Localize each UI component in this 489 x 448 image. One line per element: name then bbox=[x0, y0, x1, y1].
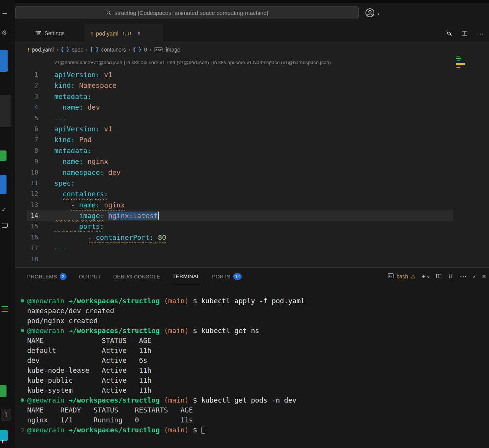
terminal-line[interactable]: namespace/dev created bbox=[27, 306, 489, 316]
panel-tab-output[interactable]: OUTPUT bbox=[79, 268, 101, 285]
code-line[interactable]: 15 ports: bbox=[15, 221, 489, 232]
code-token: ports: bbox=[79, 222, 104, 230]
command-center-search[interactable]: structlog [Codespaces: animated space co… bbox=[15, 6, 359, 19]
terminal-token: kubectl get ns bbox=[201, 327, 259, 335]
bracket-box-decoration: ] bbox=[1, 409, 11, 421]
check-icon: ✓ bbox=[2, 206, 6, 213]
code-token: name: bbox=[63, 157, 83, 165]
maximize-panel-icon[interactable]: ∧ bbox=[473, 274, 476, 279]
open-changes-icon[interactable] bbox=[446, 30, 452, 38]
terminal-token: → bbox=[68, 297, 73, 305]
code-token: spec: bbox=[54, 179, 75, 187]
terminal-line[interactable]: kube-node-lease Active 11h bbox=[27, 366, 489, 375]
terminal-line[interactable]: dev Active 6s bbox=[27, 356, 489, 366]
terminal-line[interactable]: default Active 11h bbox=[27, 346, 489, 356]
panel-tab-ports[interactable]: PORTS 12 bbox=[212, 268, 242, 285]
code-line[interactable]: 13 - name: nginx bbox=[15, 200, 489, 210]
split-terminal-icon[interactable] bbox=[436, 273, 442, 280]
terminal-line[interactable]: @meowrain →/workspaces/structlog (main) … bbox=[27, 425, 489, 435]
terminal-token: /workspaces/structlog bbox=[73, 396, 160, 404]
code-area: 1apiVersion: v12kind: Namespace3metadata… bbox=[15, 70, 489, 265]
left-strip-blue-decoration bbox=[0, 50, 8, 72]
terminal-line[interactable]: NAME STATUS AGE bbox=[27, 336, 489, 346]
terminal-token: (main) bbox=[164, 297, 189, 305]
new-terminal-icon[interactable]: + bbox=[422, 273, 426, 281]
split-editor-icon[interactable] bbox=[461, 30, 468, 38]
yaml-schema-lens[interactable]: v1@namespace+v1@pod.json | io.k8s.api.co… bbox=[54, 60, 489, 66]
code-token: kind: bbox=[54, 81, 75, 89]
panel-tab-terminal[interactable]: TERMINAL bbox=[172, 268, 200, 285]
breadcrumb-file[interactable]: pod.yaml bbox=[32, 47, 54, 53]
breadcrumb-separator-icon: › bbox=[128, 47, 130, 53]
close-panel-icon[interactable]: × bbox=[482, 273, 486, 281]
breadcrumb-item-containers[interactable]: containers bbox=[101, 47, 126, 53]
terminal-token: → bbox=[68, 426, 73, 434]
code-line[interactable]: 10 namespace: dev bbox=[15, 167, 489, 178]
account-icon[interactable] bbox=[365, 8, 375, 19]
kill-terminal-trash-icon[interactable] bbox=[448, 273, 453, 280]
command-decoration-icon[interactable] bbox=[21, 428, 24, 432]
code-line[interactable]: 5--- bbox=[15, 113, 489, 124]
code-line[interactable]: 3metadata: bbox=[15, 91, 489, 102]
terminal-line[interactable]: @meowrain →/workspaces/structlog (main) … bbox=[27, 326, 489, 336]
code-token: name: bbox=[63, 103, 83, 111]
ports-badge: 12 bbox=[233, 273, 242, 280]
tab-close-icon[interactable]: × bbox=[137, 30, 141, 37]
bottom-panel: PROBLEMS 2 OUTPUT DEBUG CONSOLE TERMINAL… bbox=[15, 267, 489, 448]
terminal-token: /workspaces/structlog bbox=[73, 426, 160, 434]
terminal-token bbox=[160, 327, 164, 335]
tab-pod-yaml[interactable]: ! pod.yaml 1, U × bbox=[85, 24, 163, 43]
command-decoration-icon[interactable] bbox=[21, 398, 24, 402]
code-token: nginx bbox=[100, 201, 125, 209]
terminal-line[interactable]: nginx 1/1 Running 0 11s bbox=[27, 415, 489, 425]
code-token bbox=[54, 157, 63, 165]
back-arrow-icon[interactable]: → bbox=[1, 8, 8, 17]
terminal-line[interactable]: @meowrain →/workspaces/structlog (main) … bbox=[27, 296, 489, 306]
terminal-token bbox=[160, 426, 164, 434]
tab-pod-yaml-label: pod.yaml bbox=[96, 31, 119, 37]
terminal-view[interactable]: @meowrain →/workspaces/structlog (main) … bbox=[15, 296, 489, 448]
breadcrumb-item-spec[interactable]: spec bbox=[72, 47, 83, 53]
breadcrumb: ! pod.yaml › { } spec › [ ] containers ›… bbox=[15, 43, 489, 57]
code-line[interactable]: 14 image: nginx:latest bbox=[15, 210, 489, 221]
code-line[interactable]: 1apiVersion: v1 bbox=[15, 70, 489, 80]
code-line[interactable]: 2kind: Namespace bbox=[15, 80, 489, 91]
code-line[interactable]: 18 bbox=[15, 254, 489, 265]
line-number: 4 bbox=[15, 102, 38, 113]
command-decoration-icon[interactable] bbox=[21, 329, 24, 332]
line-number: 5 bbox=[15, 113, 38, 124]
code-line[interactable]: 6apiVersion: v1 bbox=[15, 124, 489, 134]
terminal-shell-entry[interactable]: bash ⚠ bbox=[388, 273, 416, 280]
terminal-line[interactable]: kube-public Active 11h bbox=[27, 375, 489, 385]
code-line[interactable]: 11spec: bbox=[15, 178, 489, 189]
editor-tab-bar: Settings ! pod.yaml 1, U × bbox=[15, 24, 489, 43]
terminal-line[interactable]: @meowrain →/workspaces/structlog (main) … bbox=[27, 395, 489, 405]
code-line[interactable]: 9 name: nginx bbox=[15, 156, 489, 167]
panel-more-actions-icon[interactable]: ⋯ bbox=[460, 272, 466, 281]
code-line[interactable]: 17--- bbox=[15, 243, 489, 254]
breadcrumb-item-image[interactable]: image bbox=[166, 47, 180, 53]
left-strip-teal-decoration bbox=[0, 430, 8, 441]
code-line[interactable]: 8metadata: bbox=[15, 146, 489, 156]
command-decoration-icon[interactable] bbox=[21, 299, 24, 302]
symbol-object-icon: { } bbox=[61, 47, 69, 52]
panel-tab-problems[interactable]: PROBLEMS 2 bbox=[27, 268, 67, 285]
terminal-token: $ bbox=[189, 396, 201, 404]
tab-settings[interactable]: Settings bbox=[15, 24, 85, 43]
terminal-token: (main) bbox=[164, 327, 189, 335]
terminal-token: NAME READY STATUS RESTARTS AGE bbox=[27, 406, 193, 414]
terminal-line[interactable]: pod/nginx created bbox=[27, 316, 489, 326]
breadcrumb-item-0[interactable]: 0 bbox=[144, 47, 147, 53]
line-number: 14 bbox=[15, 210, 38, 221]
code-line[interactable]: 7kind: Pod bbox=[15, 134, 489, 145]
terminal-line[interactable]: NAME READY STATUS RESTARTS AGE bbox=[27, 405, 489, 415]
panel-tab-debug-console[interactable]: DEBUG CONSOLE bbox=[113, 268, 160, 285]
code-line[interactable]: 12 containers: bbox=[15, 189, 489, 199]
code-line[interactable]: 4 name: dev bbox=[15, 102, 489, 113]
terminal-line[interactable]: kube-system Active 11h bbox=[27, 385, 489, 395]
account-chevron-icon[interactable]: ∨ bbox=[377, 11, 380, 16]
gear-icon[interactable]: ⚙ bbox=[2, 29, 7, 36]
terminal-dropdown-chevron-icon[interactable]: ∨ bbox=[427, 274, 430, 279]
code-line[interactable]: 16 - containerPort: 80 bbox=[15, 232, 489, 243]
editor-more-actions-icon[interactable]: ⋯ bbox=[477, 30, 484, 38]
